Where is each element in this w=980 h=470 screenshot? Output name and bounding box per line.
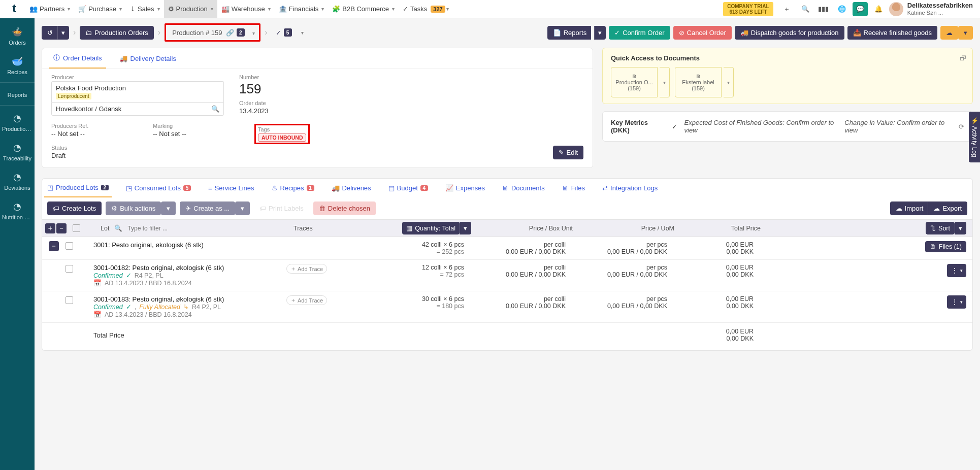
tab-budget[interactable]: ▤Budget4 (385, 179, 431, 197)
tab-produced[interactable]: ◳Produced Lots2 (44, 179, 112, 197)
doc-production-order[interactable]: 🗎Production O...(159) (611, 67, 658, 97)
nav-production[interactable]: ⚙Production▾ (164, 0, 217, 18)
producer-loc-field[interactable]: Hovedkontor / Gdansk 🔍 (51, 102, 224, 116)
doc1-caret[interactable]: ▾ (660, 67, 670, 97)
crumb-caret[interactable]: ▾ (250, 28, 257, 38)
crumb-title[interactable]: Production # 159 🔗2 (168, 26, 249, 39)
row-menu[interactable]: ⋮▾ (947, 264, 966, 277)
tab-documents[interactable]: 🗎Documents (499, 179, 548, 197)
files-button[interactable]: 🗎Files (1) (925, 241, 966, 252)
createas-caret[interactable]: ▾ (235, 202, 250, 215)
edit-button[interactable]: ✎Edit (553, 146, 583, 159)
sidebar-reports[interactable]: Reports (0, 82, 35, 103)
sidebar-dev[interactable]: ◔Deviations (0, 166, 35, 196)
lot-filter[interactable] (127, 225, 259, 232)
sync-icon[interactable]: ⟳ (959, 123, 964, 130)
create-lots-button[interactable]: 🏷Create Lots (47, 202, 102, 215)
row-menu[interactable]: ⋮▾ (947, 295, 966, 309)
bulk-caret[interactable]: ▾ (161, 202, 176, 215)
row-checkbox[interactable] (66, 296, 73, 304)
confirm-button[interactable]: ✓Confirm Order (609, 26, 670, 40)
tab-recipes[interactable]: ♨Recipes1 (269, 179, 317, 197)
crumb-caret2[interactable]: ▾ (299, 28, 306, 38)
nav-purchase[interactable]: 🛒Purchase▾ (74, 0, 126, 18)
nav-partners[interactable]: 👥Partners▾ (25, 0, 74, 18)
tab-delivery-details[interactable]: 🚚Delivery Details (115, 48, 180, 69)
history-caret[interactable]: ▾ (57, 26, 69, 40)
logo[interactable]: t (7, 2, 21, 16)
sidebar-prod[interactable]: ◔Production... (0, 105, 35, 137)
marking-label: Marking (153, 123, 239, 129)
tab-service[interactable]: ≡Service Lines (205, 179, 257, 197)
sort-button[interactable]: ⇅Sort (926, 222, 955, 234)
total-label: Total Price (93, 331, 124, 339)
collapse-group[interactable]: － (49, 241, 59, 251)
trial-badge[interactable]: COMPANY TRIAL613 DAYS LEFT (723, 2, 773, 16)
km-change: Change in Value: Confirm order to view (844, 119, 952, 134)
tab-order-details[interactable]: ⓘOrder Details (49, 48, 106, 69)
qty-header[interactable]: ▦Quantity: Total (402, 222, 460, 234)
doc-ekstern-label[interactable]: 🗎Ekstern label(159) (675, 67, 722, 97)
expand-all[interactable]: ＋ (45, 223, 55, 233)
nav-tasks[interactable]: ✓Tasks327▾ (399, 0, 453, 18)
row-checkbox[interactable] (66, 265, 73, 273)
check-icon: ✓ (403, 5, 408, 13)
tab-deliveries[interactable]: 🚚Deliveries (329, 179, 374, 197)
crumb-orders[interactable]: 🗂Production Orders (80, 26, 154, 40)
user-menu[interactable]: Delikatessefabrikken Katrine Søn ... (889, 2, 973, 16)
cancel-button[interactable]: ⊘Cancel Order (673, 26, 732, 40)
cloud-caret[interactable]: ▾ (958, 26, 973, 40)
producer-field[interactable]: Polska Food Production Lønproducent (51, 81, 224, 102)
delete-button[interactable]: 🗑Delete chosen (313, 202, 376, 215)
file-icon: 🗎 (930, 243, 936, 250)
select-all[interactable] (73, 224, 80, 232)
nav-b2b[interactable]: 🧩B2B Commerce▾ (328, 0, 399, 18)
chat-button[interactable]: 💬 (853, 2, 868, 16)
row-checkbox[interactable] (66, 242, 73, 250)
expand-icon[interactable]: 🗗 (960, 54, 966, 62)
bolt-icon: ⚡ (971, 117, 978, 124)
crumb-bar: ↺ ▾ › 🗂Production Orders › Production # … (42, 23, 973, 42)
sort-caret[interactable]: ▾ (955, 222, 966, 234)
cloud-button[interactable]: ☁︎ (940, 26, 958, 40)
reports-button[interactable]: 📄Reports (547, 26, 592, 40)
import-button[interactable]: ☁︎Import (890, 202, 928, 215)
globe-button[interactable]: 🌐 (834, 2, 850, 16)
col-traces-label: Traces (293, 225, 385, 232)
sidebar-trace[interactable]: ◔Traceability (0, 137, 35, 166)
tab-files[interactable]: 🗎Files (559, 179, 588, 197)
lot-name: 3001-00183: Pesto original, økologisk (6… (93, 295, 286, 303)
export-button[interactable]: ☁︎Export (928, 202, 967, 215)
breadcrumb-sep: › (157, 28, 161, 37)
total-row: Total Price 0,00 EUR0,00 DKK (42, 323, 972, 350)
search-button[interactable]: 🔍 (798, 2, 813, 16)
plug-icon: ⇄ (602, 184, 608, 192)
add-trace-button[interactable]: ＋Add Trace (286, 295, 327, 305)
crumb-check[interactable]: ✓5 (272, 26, 296, 39)
activity-log-tab[interactable]: ⚡ Activity Log (969, 112, 980, 162)
tab-integration[interactable]: ⇄Integration Logs (599, 179, 661, 197)
tab-consumed[interactable]: ◳Consumed Lots5 (123, 179, 194, 197)
dispatch-button[interactable]: 🚚Dispatch goods for production (735, 26, 844, 40)
tab-expenses[interactable]: 📈Expenses (442, 179, 488, 197)
collapse-all[interactable]: － (56, 223, 67, 233)
add-button[interactable]: ＋ (779, 2, 795, 16)
createas-button[interactable]: ✈Create as ... (180, 202, 235, 215)
bell-button[interactable]: 🔔 (871, 2, 886, 16)
receive-button[interactable]: 📥Receive finished goods (847, 26, 937, 40)
chevron-down-icon: ▾ (119, 6, 122, 12)
qty-caret[interactable]: ▾ (460, 222, 471, 234)
sidebar-orders[interactable]: 🍲Orders (0, 21, 35, 51)
doc2-caret[interactable]: ▾ (724, 67, 734, 97)
history-button[interactable]: ↺ (42, 26, 57, 40)
reports-caret[interactable]: ▾ (594, 26, 606, 40)
sidebar-recipes[interactable]: 🥣Recipes (0, 51, 35, 80)
sidebar-nutrition[interactable]: ◔Nutrition B... (0, 196, 35, 225)
nav-sales[interactable]: ⤓Sales▾ (126, 0, 164, 18)
pie-icon: ◔ (13, 143, 21, 153)
add-trace-button[interactable]: ＋Add Trace (286, 264, 327, 274)
nav-financials[interactable]: 🏦Financials▾ (275, 0, 329, 18)
nav-warehouse[interactable]: 🏭Warehouse▾ (217, 0, 275, 18)
bulk-button[interactable]: ⚙Bulk actions (106, 202, 161, 215)
barcode-button[interactable]: ▮▮▮ (816, 2, 831, 16)
